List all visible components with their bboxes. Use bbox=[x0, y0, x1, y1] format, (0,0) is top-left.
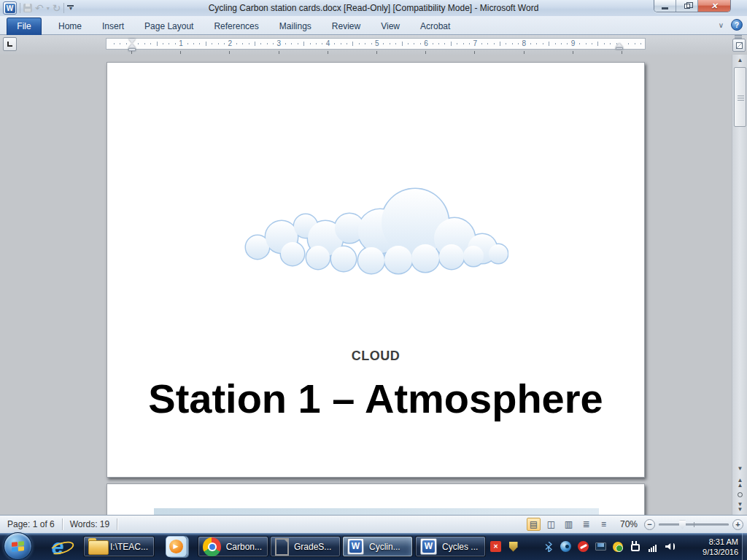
ruler-tick bbox=[169, 43, 169, 44]
ruler-tick bbox=[635, 43, 635, 44]
cloud-clipart[interactable] bbox=[241, 184, 508, 276]
trend-micro-icon[interactable] bbox=[578, 541, 589, 552]
ruler-inch-number: 4 bbox=[326, 39, 330, 47]
horizontal-ruler[interactable]: 123456789 bbox=[106, 38, 646, 50]
zoom-in-button[interactable]: + bbox=[732, 519, 743, 530]
ruler-under-tick bbox=[229, 51, 230, 54]
clock-date: 9/13/2016 bbox=[703, 547, 738, 557]
tab-page-layout[interactable]: Page Layout bbox=[134, 18, 204, 35]
ruler-tick bbox=[114, 43, 115, 44]
outline-view-button[interactable]: ≣ bbox=[579, 518, 593, 531]
explorer-window-button[interactable]: I:\TEAC... bbox=[83, 536, 155, 557]
ruler-tick bbox=[597, 42, 598, 46]
bluetooth-icon[interactable] bbox=[543, 541, 554, 552]
speaker-icon[interactable] bbox=[665, 541, 676, 552]
grades-window-button[interactable]: GradeS... bbox=[270, 536, 341, 557]
ruler-tick bbox=[126, 43, 127, 44]
zoom-slider[interactable] bbox=[659, 524, 729, 526]
tab-file[interactable]: File bbox=[7, 18, 42, 35]
tab-insert[interactable]: Insert bbox=[92, 18, 134, 35]
network-orb-icon[interactable] bbox=[560, 541, 571, 552]
tab-mailings[interactable]: Mailings bbox=[269, 18, 322, 35]
color-grid-icon[interactable] bbox=[525, 541, 536, 552]
word-application-window: W ↶ ▾ ↻ ▾ Cycling Carbon station cards.d… bbox=[0, 0, 747, 560]
tab-review[interactable]: Review bbox=[322, 18, 371, 35]
internet-explorer-taskbar-icon[interactable]: e bbox=[41, 533, 74, 560]
ruler-under-tick bbox=[573, 51, 573, 54]
ruler-tick bbox=[199, 43, 200, 44]
document-page-2[interactable] bbox=[107, 483, 645, 515]
zoom-level-label[interactable]: 70% bbox=[620, 519, 638, 529]
ruler-tick bbox=[616, 43, 617, 44]
view-ruler-toggle-button[interactable] bbox=[732, 39, 746, 52]
display-icon[interactable] bbox=[595, 541, 606, 552]
ruler-tick bbox=[402, 42, 403, 46]
page-number-indicator[interactable]: Page: 1 of 6 bbox=[0, 519, 62, 529]
word-count-indicator[interactable]: Words: 19 bbox=[63, 519, 117, 529]
antivirus-icon[interactable]: ✕ bbox=[490, 541, 501, 552]
power-plug-icon[interactable] bbox=[630, 541, 640, 552]
select-browse-object-button[interactable] bbox=[734, 491, 746, 500]
ruler-tick bbox=[390, 43, 390, 44]
updates-icon[interactable] bbox=[613, 542, 623, 552]
minimize-button[interactable] bbox=[654, 0, 676, 12]
page2-header-bar bbox=[154, 508, 599, 515]
scroll-down-arrow-icon[interactable]: ▼ bbox=[734, 464, 746, 473]
word-window-button-active[interactable]: W Cyclin... bbox=[342, 536, 413, 557]
ruler-tick bbox=[487, 43, 488, 44]
chrome-window-button[interactable]: Carbon... bbox=[198, 536, 268, 557]
zoom-slider-thumb[interactable] bbox=[679, 521, 686, 529]
ruler-tick bbox=[298, 43, 298, 44]
tab-references[interactable]: References bbox=[204, 18, 268, 35]
word-icon: W bbox=[347, 538, 364, 555]
ruler-tick bbox=[408, 43, 409, 44]
first-line-indent-marker[interactable] bbox=[128, 39, 136, 43]
status-bar: Page: 1 of 6 Words: 19 ▤ ◫ ▥ ≣ ≡ 70% − + bbox=[0, 515, 747, 533]
expand-ribbon-icon[interactable]: ∨ bbox=[719, 21, 724, 29]
ruler-tick bbox=[586, 43, 587, 44]
split-handle[interactable] bbox=[735, 35, 742, 36]
ruler-under-tick bbox=[376, 51, 377, 54]
document-page-1[interactable]: CLOUD Station 1 – Atmosphere bbox=[107, 62, 645, 478]
ruler-tick bbox=[150, 43, 151, 44]
ribbon-tabs: Home Insert Page Layout References Maili… bbox=[48, 18, 460, 35]
print-layout-view-button[interactable]: ▤ bbox=[527, 518, 541, 531]
signal-bars-icon[interactable] bbox=[647, 541, 658, 552]
tab-stop-selector[interactable] bbox=[3, 37, 17, 51]
previous-page-button[interactable]: ▲▲ bbox=[734, 478, 746, 488]
tab-acrobat[interactable]: Acrobat bbox=[410, 18, 460, 35]
close-button[interactable]: ✕ bbox=[698, 0, 730, 12]
window-title: Cycling Carbon station cards.docx [Read-… bbox=[0, 3, 747, 13]
ruler-tick bbox=[395, 43, 396, 44]
taskbar-clock[interactable]: 8:31 AM 9/13/2016 bbox=[684, 533, 740, 560]
media-player-taskbar-icon[interactable]: ▶ bbox=[158, 533, 194, 560]
ruler-tick bbox=[414, 43, 414, 44]
ruler-under-tick bbox=[180, 51, 181, 54]
ruler-row: 123456789 bbox=[0, 35, 747, 55]
show-desktop-button[interactable] bbox=[742, 533, 747, 560]
draft-view-button[interactable]: ≡ bbox=[597, 518, 611, 531]
next-page-button[interactable]: ▼▼ bbox=[734, 502, 746, 512]
left-indent-marker[interactable] bbox=[128, 48, 136, 51]
tab-view[interactable]: View bbox=[371, 18, 410, 35]
ribbon-tab-row: File Home Insert Page Layout References … bbox=[0, 16, 747, 35]
scrollbar-thumb[interactable] bbox=[734, 67, 746, 127]
ruler-tick bbox=[291, 43, 292, 44]
zoom-out-button[interactable]: − bbox=[644, 519, 655, 530]
tab-home[interactable]: Home bbox=[48, 18, 92, 35]
start-button[interactable] bbox=[4, 532, 32, 560]
vertical-scrollbar[interactable]: ▲ ▼ ▲▲ ▼▼ bbox=[732, 55, 747, 515]
scroll-up-arrow-icon[interactable]: ▲ bbox=[734, 56, 746, 65]
left-tab-icon bbox=[7, 42, 12, 47]
ruler-tick bbox=[144, 43, 145, 44]
ruler-tick bbox=[543, 43, 543, 44]
help-button[interactable]: ? bbox=[731, 19, 743, 31]
full-screen-reading-view-button[interactable]: ◫ bbox=[544, 518, 558, 531]
windows-flag-icon bbox=[12, 541, 24, 552]
word-window-button[interactable]: W Cycles ... bbox=[415, 536, 486, 557]
web-layout-view-button[interactable]: ▥ bbox=[562, 518, 576, 531]
security-shield-icon[interactable] bbox=[508, 541, 519, 552]
restore-button[interactable] bbox=[676, 0, 698, 12]
ruler-tick bbox=[359, 43, 360, 44]
ruler-tick bbox=[310, 43, 311, 44]
